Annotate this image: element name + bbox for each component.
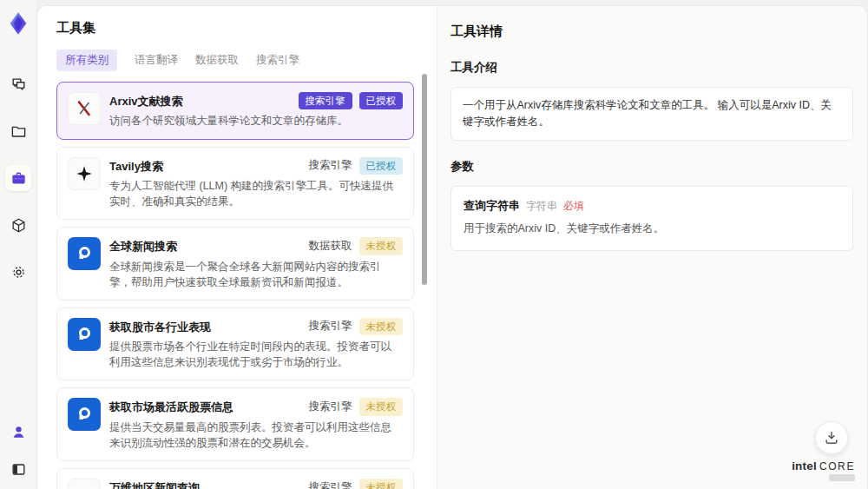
category-label: 搜索引擎: [309, 319, 352, 334]
brand-sub-badge: [829, 474, 855, 481]
tool-desc: 访问各个研究领域大量科学论文和文章的存储库。: [109, 113, 403, 129]
tool-title: 获取市场最活跃股票信息: [109, 398, 233, 415]
sidebar-item-chat[interactable]: [5, 71, 31, 97]
brand-core-label: CORE: [819, 460, 855, 472]
tool-title: Tavily搜索: [109, 157, 163, 175]
tab-search-engine[interactable]: 搜索引擎: [256, 50, 299, 71]
param-required-flag: 必填: [563, 199, 584, 214]
tool-desc: 提供股票市场各个行业在特定时间段内的表现。投资者可以利用这些信息来识别表现优于或…: [109, 339, 398, 370]
tool-desc: 全球新闻搜索是一个聚合全球各大新闻网站内容的搜索引擎，帮助用户快速获取全球最新资…: [109, 259, 398, 290]
user-avatar[interactable]: [5, 419, 31, 445]
category-label: 搜索引擎: [309, 480, 352, 489]
download-button[interactable]: [815, 421, 848, 454]
auth-status-badge: 未授权: [359, 237, 404, 254]
auth-status-badge: 已授权: [359, 92, 404, 109]
panel-toggle-icon: [10, 461, 27, 478]
details-title: 工具详情: [450, 23, 853, 40]
tool-desc: 提供当天交易量最高的股票列表。投资者可以利用这些信息来识别流动性强的股票和潜在的…: [109, 420, 398, 451]
tool-title: Arxiv文献搜索: [109, 92, 183, 109]
gear-icon: [10, 264, 27, 281]
tool-card-global-news[interactable]: 全球新闻搜索 数据获取 未授权 全球新闻搜索是一个聚合全球各大新闻网站内容的搜索…: [56, 227, 414, 301]
tool-card-arxiv[interactable]: Arxiv文献搜索 搜索引擎 已授权 访问各个研究领域大量科学论文和文章的存储库…: [56, 82, 414, 140]
folder-icon: [10, 123, 27, 140]
toolset-pane: 工具集 所有类别 语言翻译 数据获取 搜索引擎 Arxiv文献搜索: [37, 6, 437, 489]
main-shell: 工具集 所有类别 语言翻译 数据获取 搜索引擎 Arxiv文献搜索: [36, 5, 868, 489]
tool-desc: 专为人工智能代理 (LLM) 构建的搜索引擎工具。可快速提供实时、准确和真实的结…: [109, 178, 398, 209]
category-badge: 搜索引擎: [299, 92, 352, 109]
tool-card-tavily[interactable]: Tavily搜索 搜索引擎 已授权 专为人工智能代理 (LLM) 构建的搜索引擎…: [56, 147, 414, 221]
intel-core-logo: intel CORE: [792, 459, 855, 481]
tool-card-active-stocks[interactable]: 获取市场最活跃股票信息 搜索引擎 未授权 提供当天交易量最高的股票列表。投资者可…: [56, 387, 414, 461]
category-label: 数据获取: [309, 239, 352, 254]
app-logo-gem-icon: [6, 11, 30, 36]
package-icon: [10, 217, 27, 234]
news-logo-icon: [68, 318, 101, 351]
tab-translation[interactable]: 语言翻译: [135, 50, 178, 71]
panel-toggle[interactable]: [5, 456, 31, 482]
news-logo-icon: [68, 398, 101, 431]
tool-title: 获取股市各行业表现: [109, 318, 211, 335]
chat-icon: [10, 76, 27, 93]
intro-heading: 工具介绍: [450, 60, 853, 76]
tool-card-regional-news[interactable]: 万维地区新闻查询 搜索引擎 未授权 查询具体行政区划内的新闻，快速了解各地新闻动: [56, 468, 414, 489]
sidebar-item-settings[interactable]: [5, 259, 31, 285]
tavily-star-icon: [68, 157, 101, 190]
tool-title: 全球新闻搜索: [109, 237, 177, 254]
sidebar-item-tools[interactable]: [5, 165, 31, 191]
user-icon: [10, 424, 27, 440]
tab-data-fetch[interactable]: 数据获取: [195, 50, 239, 71]
building-icon: [68, 479, 101, 489]
briefcase-icon: [10, 170, 27, 187]
auth-status-badge: 未授权: [359, 479, 404, 489]
params-heading: 参数: [450, 159, 853, 175]
brand-intel-label: intel: [792, 459, 817, 472]
sidebar-item-packages[interactable]: [5, 212, 31, 238]
auth-status-badge: 未授权: [359, 398, 404, 415]
param-desc: 用于搜索的Arxiv ID、关键字或作者姓名。: [464, 221, 840, 236]
category-tabs: 所有类别 语言翻译 数据获取 搜索引擎: [56, 50, 414, 71]
param-card: 查询字符串 字符串 必填 用于搜索的Arxiv ID、关键字或作者姓名。: [450, 186, 853, 251]
scrollbar[interactable]: [422, 74, 427, 285]
news-logo-icon: [68, 237, 101, 270]
download-icon: [823, 429, 840, 446]
tool-title: 万维地区新闻查询: [109, 479, 200, 489]
sidebar-item-files[interactable]: [5, 118, 31, 144]
tool-card-stock-sector[interactable]: 获取股市各行业表现 搜索引擎 未授权 提供股票市场各个行业在特定时间段内的表现。…: [56, 307, 414, 381]
page-title: 工具集: [56, 20, 414, 36]
tab-all-categories[interactable]: 所有类别: [56, 50, 117, 71]
param-name: 查询字符串: [464, 198, 520, 214]
tool-details-pane: 工具详情 工具介绍 一个用于从Arxiv存储库搜索科学论文和文章的工具。 输入可…: [437, 6, 867, 489]
category-label: 搜索引擎: [309, 158, 352, 173]
app-rail: [0, 0, 36, 489]
auth-status-badge: 未授权: [359, 318, 404, 335]
tool-list: Arxiv文献搜索 搜索引擎 已授权 访问各个研究领域大量科学论文和文章的存储库…: [56, 82, 414, 489]
auth-status-badge: 已授权: [359, 157, 404, 175]
param-type: 字符串: [526, 199, 557, 214]
category-label: 搜索引擎: [309, 400, 352, 414]
intro-card: 一个用于从Arxiv存储库搜索科学论文和文章的工具。 输入可以是Arxiv ID…: [450, 87, 853, 141]
arxiv-logo-icon: [68, 92, 101, 125]
